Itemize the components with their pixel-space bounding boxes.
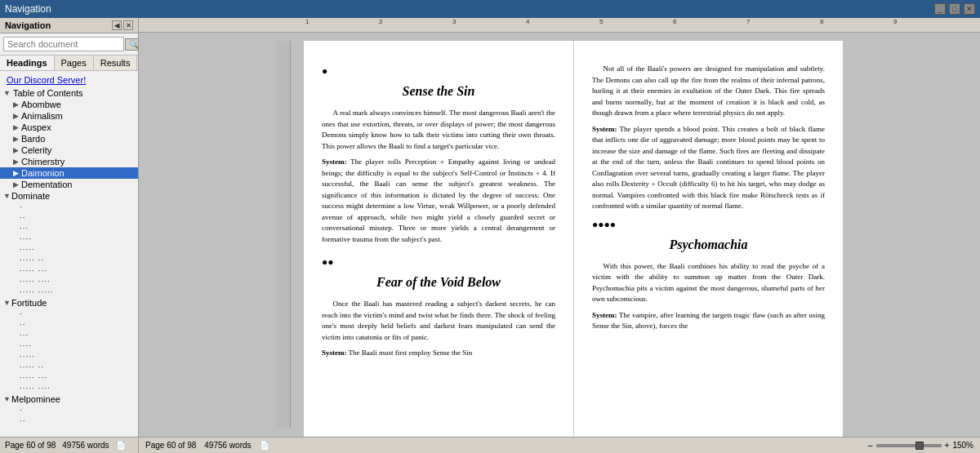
fear-void-body: Once the Baali has mastered reading a su…: [322, 299, 555, 343]
fortitude-2[interactable]: ··: [0, 319, 138, 330]
nav-tree: Our Discord Server! ▼ Table of Contents …: [0, 71, 138, 437]
melpominee-2[interactable]: ··: [0, 415, 138, 426]
dominate-4[interactable]: ····: [0, 233, 138, 244]
doc-icon: 📄: [116, 441, 126, 450]
sidebar-title: Navigation: [5, 20, 51, 30]
tab-headings[interactable]: Headings: [0, 56, 55, 70]
zoom-track[interactable]: [876, 444, 942, 447]
sidebar-close-button[interactable]: ✕: [123, 20, 133, 30]
main-layout: Navigation ◀ ✕ 🔍 ▼ Headings Pages Result…: [0, 18, 980, 453]
title-bar: Navigation _ □ ✕: [0, 0, 980, 18]
app-title: Navigation: [5, 3, 51, 15]
fortitude-6[interactable]: ····· ··: [0, 362, 138, 372]
word-count: 49756 words: [62, 441, 109, 450]
tree-item-auspex[interactable]: ▶ Auspex: [0, 122, 138, 133]
dominate-5[interactable]: ·····: [0, 244, 138, 255]
sidebar: Navigation ◀ ✕ 🔍 ▼ Headings Pages Result…: [0, 18, 139, 453]
close-button[interactable]: ✕: [964, 3, 975, 15]
nav-tabs: Headings Pages Results: [0, 56, 138, 71]
page-info: Page 60 of 98: [5, 441, 56, 450]
dominate-3[interactable]: ···: [0, 223, 138, 233]
psychomachia-body: With this power, the Baali combines his …: [592, 261, 825, 305]
tab-pages[interactable]: Pages: [55, 56, 94, 70]
discord-link[interactable]: Our Discord Server!: [0, 73, 138, 87]
toc-label: Table of Contents: [13, 88, 83, 98]
zoom-thumb[interactable]: [915, 442, 924, 450]
doc-container: 1 2 3 4 5 6 7 8 9 ● Sen: [139, 18, 980, 453]
dominate-2[interactable]: ··: [0, 212, 138, 223]
dominate-6[interactable]: ····· ··: [0, 255, 138, 265]
minimize-button[interactable]: _: [934, 3, 946, 15]
sidebar-header: Navigation ◀ ✕: [0, 18, 138, 33]
ruler: 1 2 3 4 5 6 7 8 9: [139, 18, 980, 33]
sense-sin-body: A real mark always convinces himself. Th…: [322, 108, 555, 152]
bullet-dot-1: ●: [322, 64, 327, 78]
fortitude-4[interactable]: ····: [0, 340, 138, 351]
psychomachia-system: System: The vampire, after learning the …: [592, 310, 825, 332]
tree-item-chimerstry[interactable]: ▶ Chimerstry: [0, 156, 138, 167]
dominate-7[interactable]: ····· ···: [0, 265, 138, 276]
dominate-8[interactable]: ····· ····: [0, 276, 138, 286]
fortitude-7[interactable]: ····· ···: [0, 372, 138, 383]
bottom-word-count: 49756 words: [204, 441, 251, 450]
search-box: 🔍 ▼: [0, 33, 138, 56]
bullet-2: ●●: [322, 255, 555, 269]
toc-header[interactable]: ▼ Table of Contents: [0, 87, 138, 99]
tree-item-abombwe[interactable]: ▶ Abombwe: [0, 99, 138, 110]
search-input[interactable]: [3, 37, 124, 51]
dominate-9[interactable]: ····· ·····: [0, 286, 138, 297]
doc-type-icon: 📄: [260, 441, 270, 450]
tree-item-celerity[interactable]: ▶ Celerity: [0, 144, 138, 156]
melpominee-header[interactable]: ▼ Melpominee: [0, 393, 138, 405]
fortitude-1[interactable]: ·: [0, 309, 138, 319]
four-dots: ●●●●: [592, 217, 825, 232]
tree-item-animalism[interactable]: ▶ Animalism: [0, 110, 138, 122]
zoom-in-button[interactable]: +: [945, 441, 950, 450]
tree-item-dementation[interactable]: ▶ Dementation: [0, 179, 138, 190]
tree-item-bardo[interactable]: ▶ Bardo: [0, 133, 138, 144]
bullet-1: ●: [322, 64, 555, 78]
status-bar: Page 60 of 98 49756 words 📄: [0, 437, 138, 453]
tab-results[interactable]: Results: [94, 56, 138, 70]
fortitude-8[interactable]: ····· ····: [0, 383, 138, 393]
dominate-1[interactable]: ·: [0, 202, 138, 212]
dominate-header[interactable]: ▼ Dominate: [0, 190, 138, 202]
fortitude-5[interactable]: ·····: [0, 351, 138, 362]
right-body1: Not all of the Baali's powers are design…: [592, 64, 825, 119]
bullet-dot-2: ●●: [322, 255, 334, 269]
toc-arrow: ▼: [3, 89, 13, 97]
sense-sin-system: System: The player rolls Perception + Em…: [322, 157, 555, 245]
psychomachia-heading: Psychomachia: [592, 235, 825, 255]
zoom-level: 150%: [952, 441, 973, 450]
left-column: ● Sense the Sin A real mark always convi…: [304, 41, 573, 437]
zoom-out-button[interactable]: –: [868, 441, 873, 450]
fear-void-heading: Fear of the Void Below: [322, 273, 555, 292]
fortitude-3[interactable]: ···: [0, 330, 138, 340]
window-buttons: _ □ ✕: [934, 3, 975, 15]
document-page: ● Sense the Sin A real mark always convi…: [304, 41, 843, 437]
sidebar-dock-button[interactable]: ◀: [112, 20, 122, 30]
search-button[interactable]: 🔍: [125, 38, 139, 51]
maximize-button[interactable]: □: [949, 3, 960, 15]
right-column: Not all of the Baali's powers are design…: [573, 41, 843, 437]
fortitude-header[interactable]: ▼ Fortitude: [0, 297, 138, 309]
doc-scroll[interactable]: ● Sense the Sin A real mark always convi…: [139, 33, 980, 437]
fear-void-system: System: The Baali must first employ Sens…: [322, 348, 555, 359]
melpominee-1[interactable]: ·: [0, 405, 138, 415]
bottom-page-info: Page 60 of 98: [145, 441, 196, 450]
doc-bottom-bar: Page 60 of 98 49756 words 📄 – + 150%: [139, 437, 980, 453]
sense-the-sin-heading: Sense the Sin: [322, 82, 555, 101]
zoom-control: – + 150%: [868, 441, 973, 450]
right-system1: System: The player spends a blood point.…: [592, 124, 825, 212]
tree-item-daimonion[interactable]: ▶ Daimonion: [0, 167, 138, 179]
